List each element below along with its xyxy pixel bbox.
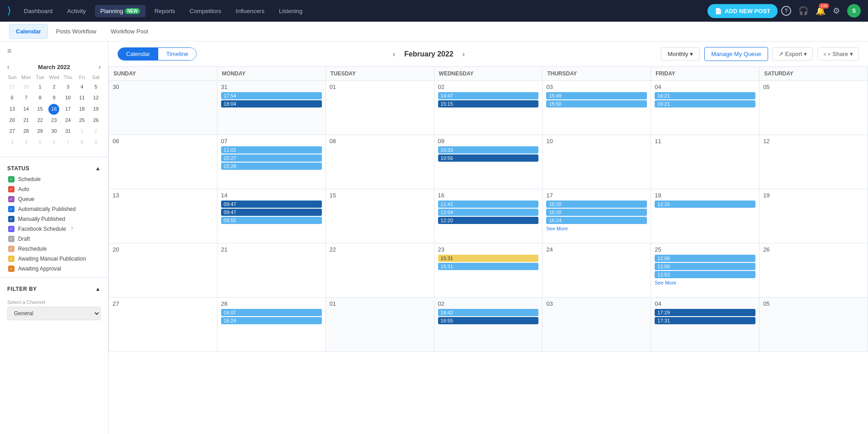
status-auto-published-checkbox[interactable]: ✓	[8, 206, 14, 212]
list-item[interactable]: 7	[19, 93, 33, 103]
status-schedule[interactable]: ✓ Schedule	[6, 174, 102, 184]
nav-listening[interactable]: Listening	[274, 5, 308, 17]
monthly-dropdown-button[interactable]: Monthly ▾	[661, 47, 700, 61]
table-row[interactable]: 02 14:47 15:15	[434, 81, 543, 135]
nav-dashboard[interactable]: Dashboard	[19, 5, 58, 17]
list-item[interactable]: 9	[47, 93, 61, 103]
list-item[interactable]: 17	[61, 104, 75, 115]
nav-competitors[interactable]: Competitors	[184, 5, 226, 17]
status-draft-checkbox[interactable]: ✓	[8, 236, 14, 242]
list-item[interactable]: 9	[89, 137, 103, 148]
help-icon[interactable]: ?	[781, 6, 791, 16]
list-item[interactable]: 5	[89, 82, 103, 92]
calendar-event[interactable]: 12:20	[438, 217, 539, 224]
export-button[interactable]: ↗ Export ▾	[773, 47, 813, 61]
table-row[interactable]: 05	[760, 298, 868, 352]
calendar-event[interactable]: 12:04	[438, 209, 539, 216]
table-row[interactable]: 28 16:07 16:24	[217, 298, 326, 352]
list-item[interactable]: 27	[5, 126, 19, 136]
table-row[interactable]: 21	[217, 243, 326, 298]
calendar-event[interactable]: 15:15	[438, 100, 539, 107]
status-awaiting-approval[interactable]: ✓ Awaiting Approval	[6, 264, 102, 274]
calendar-event[interactable]: 16:24	[546, 217, 647, 224]
list-item[interactable]: 4	[75, 82, 89, 92]
calendar-event[interactable]: 14:47	[438, 92, 539, 99]
table-row[interactable]: 13	[109, 189, 217, 243]
table-row[interactable]: 19	[760, 189, 868, 243]
calendar-event[interactable]: 09:55	[221, 217, 322, 224]
calendar-event[interactable]: 15:28	[221, 163, 322, 170]
calendar-event[interactable]: 10:20	[546, 201, 647, 208]
calendar-event[interactable]: 16:42	[438, 309, 539, 316]
mini-cal-today[interactable]: 16	[48, 104, 59, 115]
calendar-event[interactable]: 15:31	[438, 263, 539, 270]
status-queue[interactable]: ✓ Queue	[6, 194, 102, 204]
see-more-link[interactable]: See More	[655, 279, 755, 286]
sub-nav-posts-workflow[interactable]: Posts Workflow	[50, 24, 103, 38]
list-item[interactable]: 8	[33, 93, 47, 103]
next-month-button[interactable]: ›	[459, 48, 468, 60]
table-row[interactable]: 04 16:21 16:21	[651, 81, 760, 135]
list-item[interactable]: 27	[5, 82, 19, 92]
table-row[interactable]: 15	[326, 189, 434, 243]
user-avatar[interactable]: S	[847, 4, 861, 18]
table-row[interactable]: 12	[760, 135, 868, 189]
calendar-event[interactable]: 12:53	[655, 271, 755, 278]
mini-cal-next-button[interactable]: ›	[99, 63, 101, 70]
add-new-post-button[interactable]: 📄 ADD NEW POST	[708, 4, 778, 18]
calendar-event[interactable]: 15:27	[221, 154, 322, 162]
list-item[interactable]: 18	[75, 104, 89, 115]
status-queue-checkbox[interactable]: ✓	[8, 196, 14, 202]
calendar-event[interactable]: 18:04	[221, 100, 322, 107]
table-row[interactable]: 01	[326, 81, 434, 135]
status-draft[interactable]: ✓ Draft	[6, 234, 102, 244]
filter-collapse-icon[interactable]: ▲	[95, 286, 101, 292]
table-row[interactable]: 02 16:42 16:55	[434, 298, 543, 352]
calendar-event[interactable]: 10:20	[546, 209, 647, 216]
nav-planning[interactable]: Planning NEW	[95, 5, 146, 17]
list-item[interactable]: 26	[89, 115, 103, 126]
list-item[interactable]: 30	[47, 126, 61, 136]
list-item[interactable]: 29	[33, 126, 47, 136]
calendar-event[interactable]: 16:21	[655, 100, 755, 107]
table-row[interactable]: 16 11:42 12:04 12:20	[434, 189, 543, 243]
table-row[interactable]: 06	[109, 135, 217, 189]
table-row[interactable]: 10	[542, 135, 651, 189]
calendar-event[interactable]: 09:47	[221, 209, 322, 216]
channel-select[interactable]: General	[7, 307, 101, 320]
calendar-event[interactable]: 11:02	[221, 146, 322, 154]
list-item[interactable]: 31	[61, 126, 75, 136]
calendar-event[interactable]: 12:06	[655, 263, 755, 270]
status-manually-published-checkbox[interactable]: ✓	[8, 216, 14, 222]
status-awaiting-approval-checkbox[interactable]: ✓	[8, 266, 14, 272]
status-manually-published[interactable]: ✓ Manually Published	[6, 214, 102, 224]
list-item[interactable]: 6	[5, 93, 19, 103]
list-item[interactable]: 28	[19, 82, 33, 92]
sub-nav-workflow-pool[interactable]: Workflow Pool	[104, 24, 155, 38]
calendar-event[interactable]: 10:33	[438, 146, 539, 154]
table-row[interactable]: 01	[326, 298, 434, 352]
table-row[interactable]: 03 15:49 15:50	[542, 81, 651, 135]
sidebar-menu-icon[interactable]: ≡	[0, 42, 108, 61]
nav-reports[interactable]: Reports	[149, 5, 181, 17]
table-row[interactable]: 09 10:33 10:56	[434, 135, 543, 189]
table-row[interactable]: 14 09:47 09:47 09:55	[217, 189, 326, 243]
list-item[interactable]: 3	[61, 82, 75, 92]
list-item[interactable]: 20	[5, 115, 19, 126]
table-row[interactable]: 24	[542, 243, 651, 298]
list-item[interactable]: 21	[19, 115, 33, 126]
table-row[interactable]: 11	[651, 135, 760, 189]
status-reschedule[interactable]: ✓ Reschedule	[6, 244, 102, 254]
table-row[interactable]: 03	[542, 298, 651, 352]
table-row[interactable]: 20	[109, 243, 217, 298]
bell-icon[interactable]: 🔔 199	[816, 6, 826, 16]
table-row[interactable]: 08	[326, 135, 434, 189]
list-item[interactable]: 14	[19, 104, 33, 115]
list-item[interactable]: 28	[19, 126, 33, 136]
list-item[interactable]: 7	[61, 137, 75, 148]
see-more-link[interactable]: See More	[546, 225, 647, 232]
list-item[interactable]: 22	[33, 115, 47, 126]
status-auto-published[interactable]: ✓ Automatically Published	[6, 204, 102, 214]
table-row[interactable]: 25 12:06 12:06 12:53 See More	[651, 243, 760, 298]
calendar-event[interactable]: 15:31	[438, 255, 539, 262]
